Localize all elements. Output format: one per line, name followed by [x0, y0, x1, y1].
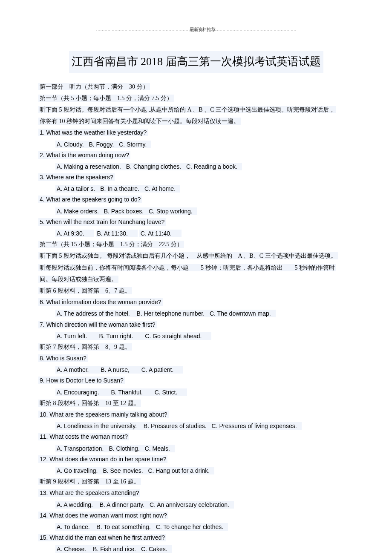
question-14: 14. What does the woman want most right …	[38, 510, 354, 521]
page-title: 江西省南昌市 2018 届高三第一次模拟考试英语试题	[69, 51, 323, 73]
section1-instruction-b: 你将有 10 秒钟的时间来回答有关小题和阅读下一小题。每段对话仅读一遍。	[38, 116, 354, 127]
material-9: 听第 9 段材料，回答第 13 至 16 题。	[38, 476, 354, 487]
question-7: 7. Which direction will the woman take f…	[38, 319, 354, 330]
question-13: 13. What are the speakers attending?	[38, 488, 354, 498]
section2-instruction-c: 间。每段对话或独白读两遍。	[38, 274, 354, 285]
material-8: 听第 8 段材料，回答第 10 至 12 题。	[38, 398, 354, 408]
question-7-options: A. Turn left. B. Turn right. C. Go strai…	[38, 331, 354, 342]
question-10: 10. What are the speakers mainly talking…	[38, 409, 354, 420]
section2-header: 第二节（共 15 小题；每小题 1.5 分；满分 22.5 分）	[38, 239, 354, 250]
question-5-options: A. At 9:30. B. At 11:30. C. At 11:40.	[38, 228, 354, 239]
question-4: 4. What are the speakers going to do?	[38, 194, 354, 205]
question-12: 12. What does die woman do in her spare …	[38, 454, 354, 465]
question-6: 6. What information does the woman provi…	[38, 297, 354, 308]
question-11: 11. What costs the woman most?	[38, 431, 354, 442]
question-1: 1. What was the weather like yesterday?	[38, 127, 354, 138]
question-12-options: A. Go traveling. B. See movies. C. Hang …	[38, 466, 354, 476]
question-6-options: A. The address of the hotel. B. Her tele…	[38, 308, 354, 319]
question-11-options: A. Transportation. B. Clothing. C. Meals…	[38, 443, 354, 454]
question-8: 8. Who is Susan?	[38, 353, 354, 364]
question-9: 9. How is Doctor Lee to Susan?	[38, 375, 354, 386]
question-13-options: A. A wedding. B. A dinner party. C. An a…	[38, 500, 354, 510]
section2-instruction-a: 听下面 5 段对话或独白。 每段对话或独白后有几个小题， 从感中所给的 A 、B…	[38, 250, 354, 261]
question-15: 15. What did the man eat when he first a…	[38, 532, 354, 543]
question-8-options: A. A mother. B. A nurse, C. A patient.	[38, 365, 354, 375]
section1-header: 第一节（共 5 小题；每小题 1.5 分，满分 7.5 分）	[38, 93, 354, 104]
question-3: 3. Where are the speakers?	[38, 172, 354, 183]
question-9-options: A. Encouraging. B. Thankful. C. Strict.	[38, 387, 354, 398]
question-4-options: A. Make orders. B. Pack boxes. C, Stop w…	[38, 206, 354, 217]
material-6: 听第 6 段材料，回答第 6、7 题。	[38, 285, 354, 296]
material-7: 听第 7 段材料，回答第 8、9 题。	[38, 342, 354, 352]
header-decoration: …………………………………………………………最新资料推荐…………………………………	[38, 26, 354, 34]
question-5: 5. When will the next train for Nanchang…	[38, 217, 354, 227]
section1-instruction-a: 听下面 5 段对话。每段对话后有一个小题 ,从题中所给的 A 、B 、C 三个选…	[38, 104, 354, 115]
question-10-options: A. Loneliness in the university. B. Pres…	[38, 421, 354, 431]
section2-instruction-b: 听每段对话或独白前，你将有时间阅读各个小题，每小题 5 秒钟；听完后，各小题将给…	[38, 262, 354, 273]
question-14-options: A. To dance. B. To eat something. C. To …	[38, 522, 354, 532]
part-header: 第一部分 听力（共两节，满分 30 分）	[38, 81, 354, 92]
question-2: 2. What is the woman doing now?	[38, 150, 354, 161]
question-2-options: A. Making a reservation. B. Changing clo…	[38, 161, 354, 172]
question-3-options: A. At a tailor s. B. In a theatre. C. At…	[38, 184, 354, 194]
question-15-options: A. Cheese. B. Fish and rice. C. Cakes.	[38, 544, 354, 555]
question-1-options: A. Cloudy. B. Foggy. C. Stormy.	[38, 139, 354, 150]
